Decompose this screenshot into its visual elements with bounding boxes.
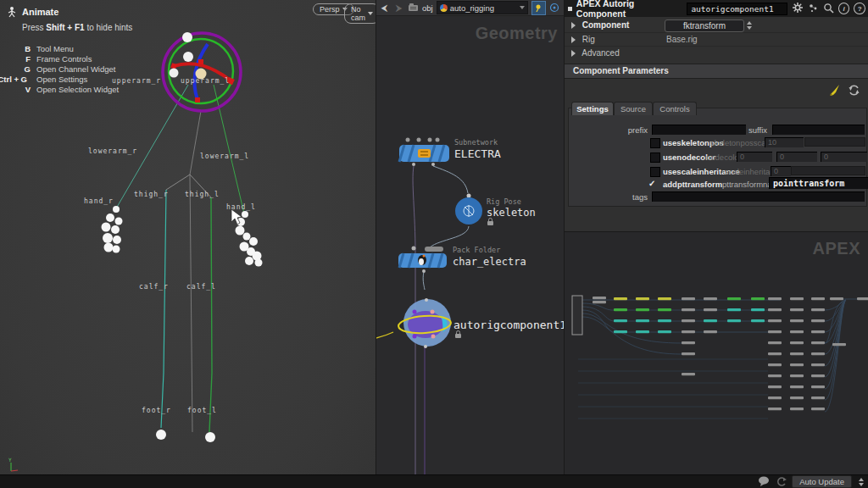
- info-icon[interactable]: i: [838, 3, 850, 14]
- joint-label: calf_r: [139, 283, 169, 291]
- target-icon[interactable]: [549, 3, 560, 14]
- component-spinner[interactable]: [745, 20, 753, 30]
- lock-icon: [487, 219, 493, 226]
- recycle-icon[interactable]: [848, 84, 860, 98]
- update-mode-spinner[interactable]: [857, 478, 865, 486]
- svg-text:autorigcomponent1: autorigcomponent1: [453, 319, 565, 331]
- network-graph[interactable]: Subnetwork ELECTRA Rig Pose skeleton: [376, 0, 565, 474]
- section-component-parameters: Component Parameters: [565, 64, 868, 79]
- node-skeleton[interactable]: [455, 194, 482, 225]
- tags-label: tags: [624, 192, 648, 202]
- search-icon[interactable]: [823, 3, 834, 15]
- apex-network-pane[interactable]: APEX: [565, 231, 868, 475]
- prefix-input[interactable]: [652, 125, 746, 135]
- expand-arrow-icon[interactable]: [571, 36, 576, 43]
- svg-text:ELECTRA: ELECTRA: [454, 147, 501, 160]
- addpttransform-label: addpttransform: [663, 180, 722, 189]
- joint-label: thigh_l: [185, 191, 220, 198]
- group-rig[interactable]: Rig Base.rig: [565, 32, 868, 46]
- joint-label: calf_l: [186, 283, 216, 291]
- joint-label: lowerarm_r: [88, 147, 137, 155]
- nodecolor-b-input[interactable]: 0: [821, 152, 867, 162]
- scaleinheritance-input[interactable]: 0: [771, 166, 791, 176]
- tab-settings[interactable]: Settings: [571, 102, 614, 115]
- houdini-window: upperarm_r upperarm_l lowerarm_r lowerar…: [0, 0, 868, 488]
- node-autorigcomponent1[interactable]: [398, 298, 451, 348]
- skeletonposscale-slider[interactable]: [804, 137, 865, 147]
- auto-update-button[interactable]: Auto Update: [792, 475, 852, 488]
- usenodecolor-checkbox[interactable]: [650, 152, 660, 163]
- pin-icon[interactable]: [531, 1, 546, 15]
- svg-text:Rig Pose: Rig Pose: [487, 197, 521, 206]
- back-arrow-icon[interactable]: ⮜: [379, 3, 390, 14]
- joint-label: upperarm_l: [181, 77, 230, 85]
- network-toolbar: ⮜ ⮞ obj auto_rigging: [376, 0, 565, 16]
- joint-label: upperarm_r: [112, 77, 161, 85]
- rig-value: Base.rig: [666, 33, 698, 46]
- apex-input-node[interactable]: [572, 296, 582, 335]
- network-editor[interactable]: Geometry Subne: [376, 0, 565, 474]
- parameter-header: APEX Autorig Component autorigcomponent1…: [565, 0, 868, 17]
- svg-text:Y: Y: [8, 457, 12, 463]
- nodecolor-r-input[interactable]: 0: [737, 152, 772, 162]
- skeletonposscale-input[interactable]: 10: [765, 137, 804, 147]
- svg-text:Subnetwork: Subnetwork: [454, 138, 498, 147]
- gear-icon[interactable]: [792, 2, 804, 15]
- svg-text:skeleton: skeleton: [487, 207, 536, 219]
- context-folder-icon[interactable]: [408, 3, 419, 14]
- brush-icon[interactable]: [827, 84, 841, 98]
- scaleinheritance-slider[interactable]: [791, 166, 865, 175]
- tab-controls[interactable]: Controls: [653, 102, 697, 115]
- node-char-electra[interactable]: [398, 247, 447, 274]
- hand-r-joints: [102, 206, 123, 253]
- node-electra[interactable]: [399, 138, 449, 167]
- chevron-down-icon: [368, 12, 373, 15]
- skeletonposscale-label: skeletonposscale: [710, 138, 772, 147]
- node-type-icon: [440, 4, 448, 12]
- expand-arrow-icon[interactable]: [571, 22, 576, 29]
- lock-icon: [455, 331, 461, 339]
- svg-text:Pack Folder: Pack Folder: [453, 246, 500, 254]
- svg-text:char_electra: char_electra: [453, 256, 526, 268]
- prefix-label: prefix: [624, 125, 648, 135]
- help-icon[interactable]: ?: [854, 3, 865, 14]
- suffix-label: suffix: [748, 125, 767, 135]
- node-name-input[interactable]: autorigcomponent1: [687, 3, 787, 15]
- parameter-pane: APEX Autorig Component autorigcomponent1…: [564, 0, 868, 474]
- network-path-field[interactable]: auto_rigging: [437, 1, 528, 14]
- animate-viewport[interactable]: upperarm_r upperarm_l lowerarm_r lowerar…: [0, 0, 376, 474]
- hint-header: Press Shift + F1 to hide hints: [22, 23, 132, 32]
- forward-arrow-icon[interactable]: ⮞: [393, 3, 404, 14]
- hand-l-joints: [236, 211, 263, 267]
- nodes-icon[interactable]: [808, 3, 819, 15]
- tags-input[interactable]: [652, 191, 865, 202]
- viewport-state-title: Animate: [22, 7, 58, 17]
- suffix-input[interactable]: [772, 125, 865, 135]
- expand-arrow-icon[interactable]: [571, 50, 576, 57]
- camera-menu[interactable]: No cam: [344, 3, 380, 24]
- addpttransform-checkmark-icon[interactable]: ✓: [648, 179, 655, 188]
- context-label[interactable]: obj: [422, 3, 433, 13]
- usescaleinheritance-checkbox[interactable]: [650, 167, 660, 177]
- joint-label: lowerarm_l: [200, 152, 249, 160]
- apex-graph[interactable]: [565, 232, 868, 475]
- tab-source[interactable]: Source: [614, 102, 653, 115]
- joint-label: foot_r: [142, 407, 171, 414]
- refresh-icon[interactable]: [776, 476, 787, 488]
- animate-state-icon: [6, 6, 18, 18]
- joint-label: thigh_r: [134, 191, 169, 198]
- joint-label: hand_l: [226, 203, 256, 211]
- axis-gizmo: Y: [8, 457, 18, 471]
- pane-tab-marker[interactable]: [568, 7, 572, 11]
- comment-icon[interactable]: [758, 476, 771, 488]
- joint-label: foot_l: [187, 407, 217, 414]
- pttransformname-input[interactable]: pointtransform: [769, 177, 868, 189]
- joint-label: hand_r: [84, 197, 114, 205]
- group-component[interactable]: Component fktransform: [565, 19, 868, 31]
- apex-wires: [578, 299, 857, 419]
- nodecolor-g-input[interactable]: 0: [776, 152, 817, 162]
- chevron-down-icon: [520, 6, 525, 9]
- useskeletonpos-checkbox[interactable]: [650, 138, 660, 148]
- component-type-dropdown[interactable]: fktransform: [665, 19, 744, 32]
- group-advanced[interactable]: Advanced: [565, 46, 868, 59]
